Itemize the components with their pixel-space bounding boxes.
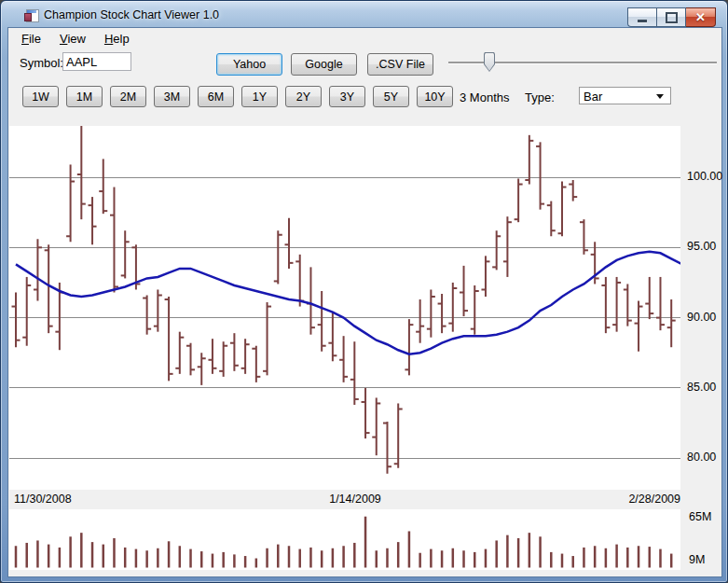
price-tick-85: 85.00 <box>687 381 716 394</box>
window-title: Champion Stock Chart Viewer 1.0 <box>44 8 219 21</box>
price-tick-100: 100.00 <box>687 170 722 183</box>
maximize-icon <box>666 12 678 23</box>
symbol-label: Symbol: <box>20 56 63 70</box>
maximize-button[interactable] <box>656 7 686 27</box>
period-button-1w[interactable]: 1W <box>22 86 59 107</box>
zoom-slider[interactable] <box>446 52 719 75</box>
period-button-row: 1W1M2M3M6M1Y2Y3Y5Y10Y <box>22 86 460 107</box>
period-button-10y[interactable]: 10Y <box>417 86 453 107</box>
slider-thumb[interactable] <box>484 52 495 72</box>
volume-chart <box>9 509 680 570</box>
yahoo-button[interactable]: Yahoo <box>216 53 282 76</box>
menu-view[interactable]: View <box>50 29 95 49</box>
menu-bar: File View Help <box>8 28 721 49</box>
title-bar: Champion Stock Chart Viewer 1.0 ✕ <box>1 1 727 28</box>
chart-type-dropdown[interactable]: Bar <box>579 87 671 104</box>
volume-tick-9m: 9M <box>689 553 705 566</box>
current-period-label: 3 Months <box>460 90 509 104</box>
app-window: Champion Stock Chart Viewer 1.0 ✕ File V… <box>0 0 728 583</box>
type-label: Type: <box>525 90 555 104</box>
volume-chart-canvas <box>9 509 680 570</box>
chart-type-value: Bar <box>584 90 602 104</box>
price-tick-80: 80.00 <box>687 451 716 464</box>
minimize-button[interactable] <box>627 7 656 27</box>
client-area: File View Help Symbol: Yahoo Google .CSV… <box>8 28 721 576</box>
price-chart <box>9 126 680 490</box>
period-button-2m[interactable]: 2M <box>110 86 146 107</box>
menu-file[interactable]: File <box>12 29 50 49</box>
x-label-end: 2/28/2009 <box>9 493 680 506</box>
chevron-down-icon <box>656 94 664 99</box>
window-controls: ✕ <box>627 7 716 27</box>
period-button-3y[interactable]: 3Y <box>329 86 365 107</box>
period-button-5y[interactable]: 5Y <box>373 86 409 107</box>
period-button-1y[interactable]: 1Y <box>241 86 278 107</box>
period-button-2y[interactable]: 2Y <box>285 86 322 107</box>
minimize-icon <box>638 20 647 22</box>
close-button[interactable]: ✕ <box>686 7 716 27</box>
period-button-3m[interactable]: 3M <box>154 86 190 107</box>
volume-tick-65m: 65M <box>689 510 711 523</box>
symbol-input[interactable] <box>62 52 131 71</box>
price-tick-90: 90.00 <box>687 311 716 324</box>
moving-average-line <box>16 252 680 354</box>
price-tick-95: 95.00 <box>687 240 716 253</box>
csv-file-button[interactable]: .CSV File <box>367 53 433 76</box>
close-icon: ✕ <box>695 11 706 23</box>
menu-help[interactable]: Help <box>95 29 139 49</box>
price-chart-canvas <box>9 126 680 490</box>
period-button-6m[interactable]: 6M <box>198 86 234 107</box>
period-button-1m[interactable]: 1M <box>66 86 103 107</box>
google-button[interactable]: Google <box>291 53 357 76</box>
app-icon <box>23 7 38 22</box>
